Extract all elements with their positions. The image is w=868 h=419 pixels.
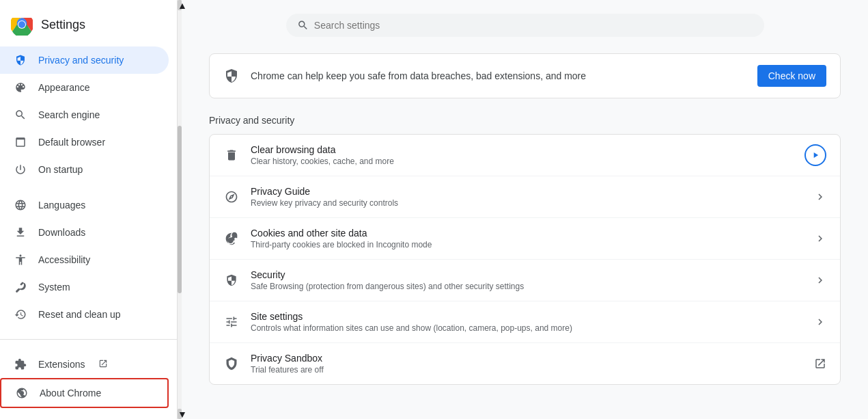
- sidebar-item-system[interactable]: System: [0, 273, 169, 301]
- search-icon: [14, 108, 27, 122]
- sidebar-item-extensions[interactable]: Extensions: [0, 351, 169, 378]
- sidebar-item-default-browser[interactable]: Default browser: [0, 129, 169, 156]
- external-link-sandbox: [814, 357, 826, 370]
- sidebar-label-search-engine: Search engine: [38, 109, 100, 120]
- sidebar-label-privacy: Privacy and security: [38, 55, 124, 66]
- sidebar-label-appearance: Appearance: [38, 82, 90, 93]
- settings-row-privacy-sandbox[interactable]: Privacy Sandbox Trial features are off: [210, 343, 840, 384]
- sliders-icon: [223, 314, 240, 330]
- sandbox-icon: [223, 355, 240, 372]
- sidebar-label-extensions: Extensions: [38, 359, 85, 370]
- sidebar-label-on-startup: On startup: [38, 164, 83, 175]
- check-now-button[interactable]: Check now: [757, 65, 826, 87]
- settings-row-desc-privacy-guide: Review key privacy and security controls: [251, 198, 803, 208]
- settings-row-content-security: Security Safe Browsing (protection from …: [251, 269, 803, 291]
- safety-check-icon: [223, 68, 240, 84]
- cookie-icon: [223, 230, 240, 247]
- sidebar-label-system: System: [38, 282, 70, 293]
- safety-banner: Chrome can help keep you safe from data …: [209, 53, 841, 98]
- sidebar-scrollbar[interactable]: ▲ ▼: [178, 0, 182, 419]
- safety-banner-text: Chrome can help keep you safe from data …: [251, 70, 746, 81]
- sidebar-label-downloads: Downloads: [38, 227, 85, 238]
- reset-icon: [14, 308, 27, 321]
- settings-row-privacy-guide[interactable]: Privacy Guide Review key privacy and sec…: [210, 176, 840, 218]
- sidebar-item-reset-cleanup[interactable]: Reset and clean up: [0, 301, 169, 328]
- sidebar-item-languages[interactable]: Languages: [0, 191, 169, 219]
- settings-row-content-privacy-sandbox: Privacy Sandbox Trial features are off: [251, 353, 803, 375]
- sidebar-label-default-browser: Default browser: [38, 137, 105, 148]
- sidebar-item-accessibility[interactable]: Accessibility: [0, 246, 169, 273]
- globe-icon: [14, 198, 27, 212]
- search-bar-container: [209, 14, 841, 37]
- app-title: Settings: [41, 18, 85, 32]
- settings-row-title-security: Security: [251, 269, 803, 280]
- scroll-down-arrow[interactable]: ▼: [178, 409, 182, 419]
- download-icon: [14, 226, 27, 239]
- settings-row-content-site-settings: Site settings Controls what information …: [251, 311, 803, 333]
- compass-icon: [223, 189, 240, 205]
- sidebar: Settings Privacy and security Appearance…: [0, 0, 178, 419]
- sidebar-item-downloads[interactable]: Downloads: [0, 219, 169, 246]
- power-icon: [14, 163, 27, 176]
- settings-row-desc-cookies: Third-party cookies are blocked in Incog…: [251, 240, 803, 249]
- settings-row-site-settings[interactable]: Site settings Controls what information …: [210, 301, 840, 343]
- sidebar-item-privacy-security[interactable]: Privacy and security: [0, 46, 169, 74]
- settings-row-desc-site-settings: Controls what information sites can use …: [251, 323, 803, 333]
- settings-row-cookies[interactable]: Cookies and other site data Third-party …: [210, 218, 840, 260]
- wrench-icon: [14, 280, 27, 294]
- arrow-circle-icon: [804, 144, 826, 166]
- chevron-privacy-guide: [814, 191, 826, 203]
- settings-row-desc-privacy-sandbox: Trial features are off: [251, 365, 803, 375]
- palette-icon: [14, 81, 27, 94]
- arrow-circle-clear: [804, 144, 826, 166]
- main-content: Chrome can help keep you safe from data …: [182, 0, 868, 419]
- settings-row-title-cookies: Cookies and other site data: [251, 228, 803, 239]
- sidebar-label-about-chrome: About Chrome: [40, 388, 101, 398]
- settings-row-title-privacy-guide: Privacy Guide: [251, 186, 803, 197]
- settings-list: Clear browsing data Clear history, cooki…: [209, 134, 841, 385]
- trash-icon: [223, 147, 240, 163]
- settings-row-content-cookies: Cookies and other site data Third-party …: [251, 228, 803, 249]
- chevron-cookies: [814, 232, 826, 245]
- external-link-icon: [98, 359, 108, 370]
- sidebar-label-reset-cleanup: Reset and clean up: [38, 309, 121, 320]
- sidebar-item-on-startup[interactable]: On startup: [0, 156, 169, 183]
- settings-row-security[interactable]: Security Safe Browsing (protection from …: [210, 260, 840, 301]
- settings-row-desc-security: Safe Browsing (protection from dangerous…: [251, 282, 803, 291]
- search-icon: [297, 19, 309, 31]
- chrome-small-icon: [15, 386, 29, 400]
- chrome-logo-icon: [11, 14, 33, 36]
- search-input[interactable]: [314, 20, 753, 31]
- sidebar-header: Settings: [0, 5, 177, 46]
- sidebar-item-about-chrome[interactable]: About Chrome: [0, 378, 169, 408]
- puzzle-icon: [14, 357, 27, 371]
- settings-row-content-clear: Clear browsing data Clear history, cooki…: [251, 144, 794, 166]
- sidebar-label-accessibility: Accessibility: [38, 254, 90, 265]
- sidebar-item-appearance[interactable]: Appearance: [0, 74, 169, 101]
- settings-row-title-clear: Clear browsing data: [251, 144, 794, 155]
- shield-icon: [14, 53, 27, 67]
- sidebar-label-languages: Languages: [38, 200, 85, 211]
- settings-row-content-privacy-guide: Privacy Guide Review key privacy and sec…: [251, 186, 803, 208]
- scroll-up-arrow[interactable]: ▲: [178, 0, 182, 10]
- security-shield-icon: [223, 272, 240, 288]
- sidebar-item-search-engine[interactable]: Search engine: [0, 101, 169, 129]
- search-bar[interactable]: [286, 14, 764, 37]
- browser-icon: [14, 135, 27, 149]
- accessibility-icon: [14, 253, 27, 267]
- chevron-security: [814, 274, 826, 286]
- chevron-site-settings: [814, 316, 826, 328]
- settings-row-title-privacy-sandbox: Privacy Sandbox: [251, 353, 803, 364]
- scrollbar-thumb[interactable]: [178, 126, 182, 293]
- section-title: Privacy and security: [209, 115, 841, 126]
- settings-row-desc-clear: Clear history, cookies, cache, and more: [251, 157, 794, 166]
- svg-point-3: [18, 21, 25, 28]
- settings-row-title-site-settings: Site settings: [251, 311, 803, 322]
- settings-row-clear-browsing-data[interactable]: Clear browsing data Clear history, cooki…: [210, 135, 840, 176]
